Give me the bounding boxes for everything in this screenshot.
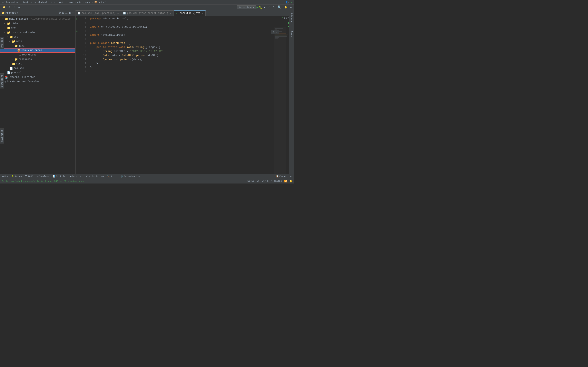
close-panel-btn[interactable]: − [22, 5, 26, 9]
line-num-12: 12 [79, 62, 86, 66]
tab-pom-hutool[interactable]: 📄 pom.xml (test-parent-hutool) ✕ [121, 10, 173, 16]
tree-item-label: src [14, 35, 18, 38]
tree-item-pom-root[interactable]: ▸ 📄 pom.xml [0, 71, 75, 75]
notifications-icon[interactable]: 🔔 [283, 5, 288, 9]
toolbar-search[interactable]: 🔍 [276, 5, 283, 9]
validation-count: 1 [284, 17, 285, 19]
build-bottom-btn[interactable]: 🔨 Build [106, 174, 118, 178]
line-separator[interactable]: LF [257, 180, 259, 183]
line-num-10: 10 [79, 53, 86, 58]
settings-gear[interactable]: ⚙ [289, 5, 293, 9]
breadcrumb-part[interactable]: 📦 hutool [94, 1, 107, 3]
profiler-bottom-btn[interactable]: 📊 Profiler [51, 174, 68, 178]
sync-btn[interactable]: ⟳ [7, 5, 12, 9]
project-panel-label[interactable]: Project [0, 37, 4, 49]
right-panel-maven[interactable]: Maven [290, 30, 293, 38]
tree-item-label: pom.xml [11, 71, 21, 74]
tree-item-external-libraries[interactable]: ▸ 📚 External Libraries [0, 75, 75, 80]
todo-label: TODO [28, 175, 33, 178]
code-line-13: } [90, 66, 273, 70]
tab-close-icon[interactable]: ✕ [117, 12, 119, 15]
debug-button[interactable]: 🐛 [259, 6, 262, 9]
code-line-4 [90, 29, 273, 33]
code-line-7: public class TestHutool { [90, 41, 273, 45]
terminal-bottom-btn[interactable]: ▣ Terminal [69, 174, 84, 178]
breadcrumb-part[interactable]: edu [77, 1, 81, 3]
dependencies-bottom-btn[interactable]: 🔗 Dependencies [119, 174, 141, 178]
gutter-7[interactable]: ▶ [76, 17, 79, 21]
settings-icon[interactable]: ⚙ [69, 11, 71, 15]
tree-item-test-parent-hutool[interactable]: ▾ 📁 test-parent-hutool [0, 30, 75, 35]
debug-bottom-btn[interactable]: 🐛 Debug [10, 174, 23, 178]
project-view-btn[interactable]: 📁 [1, 5, 7, 9]
settings-btn[interactable]: ⚙ [17, 5, 21, 9]
validation-down-icon[interactable]: ∨ [287, 17, 289, 19]
breadcrumb-part[interactable]: src [51, 1, 55, 3]
event-log-btn[interactable]: 📋 Event Log [275, 174, 293, 178]
gutter-marker-run1 [288, 22, 289, 24]
project-panel-title: Project [6, 12, 16, 15]
run-config-name: HutoolTest [239, 6, 252, 8]
vcs-status-icon[interactable]: 🔀 [284, 180, 287, 183]
popup-close-button[interactable]: ✕ [276, 31, 277, 33]
indent-info[interactable]: 4 spaces [271, 180, 282, 183]
structure-panel-label[interactable]: Structure [0, 73, 4, 88]
show-options-icon[interactable]: ☰ [65, 11, 68, 15]
validation-up-icon[interactable]: ∧ [286, 17, 287, 19]
cursor-position[interactable]: 10:12 [247, 180, 254, 183]
tree-item-test[interactable]: ▸ 📁 test [0, 62, 75, 66]
charset[interactable]: UTF-8 [262, 180, 268, 183]
tree-item-label: External Libraries [9, 76, 35, 79]
hide-panel-icon[interactable]: − [72, 11, 74, 15]
status-bar-right: 10:12 LF UTF-8 4 spaces 🔀 🔔 [247, 180, 292, 183]
profile-icon[interactable]: 👤▾ [285, 1, 290, 3]
mybatis-bottom-btn[interactable]: 🗃 MyBatis Log [85, 174, 105, 178]
breadcrumb-part[interactable]: suue [85, 1, 90, 3]
problems-bottom-btn[interactable]: ⚠ Problems [35, 174, 51, 178]
code-line-11: System.out.println(date); [90, 58, 273, 62]
run-button[interactable]: ▶ [256, 5, 259, 9]
run-config-selector[interactable]: HutoolTest ▾ [237, 5, 256, 9]
tree-item-idea[interactable]: ▸ 📁 .idea [0, 21, 75, 26]
collapse-btn[interactable]: ⊟ [12, 5, 16, 9]
coverage-button[interactable]: ▶̣ [263, 5, 267, 9]
tab-TestHutool[interactable]: ☕ TestHutool.java ✕ [174, 10, 206, 16]
tree-item-TestHutool[interactable]: ▸ ☕ TestHutool [0, 53, 75, 57]
collapse-all-icon[interactable]: ⊟ [62, 11, 64, 15]
tree-item-label: TestHutool [22, 53, 36, 56]
favorites-panel-label[interactable]: Favorites [0, 128, 4, 143]
validation-status[interactable]: ✓ 1 ∧ ∨ [282, 16, 289, 20]
right-panel-database[interactable]: Database [290, 12, 293, 23]
run-bottom-btn[interactable]: ▶ Run [1, 174, 9, 178]
tree-item-main[interactable]: ▾ 📁 main [0, 39, 75, 44]
notifications-status-icon[interactable]: 🔔 [290, 180, 292, 183]
breadcrumb-part[interactable]: main [59, 1, 64, 3]
project-tree: ▾ 📁 mall-practice ~/IdeaProjects/mall-pr… [0, 16, 75, 174]
tab-close-icon[interactable]: ✕ [170, 12, 172, 15]
tab-close-icon[interactable]: ✕ [202, 12, 204, 15]
tree-item-src[interactable]: ▸ 📁 src [0, 26, 75, 30]
tree-item-java[interactable]: ▾ 📁 java [0, 44, 75, 48]
code-content[interactable]: package edu.suue.hutool; import cn.hutoo… [88, 16, 273, 174]
breadcrumb-part[interactable]: test-parent-hutool [23, 1, 47, 3]
tree-item-src2[interactable]: ▾ 📁 src [0, 35, 75, 39]
breadcrumb-part[interactable]: mall-practice [2, 1, 19, 3]
vcs-icon[interactable]: ✓ [291, 1, 292, 3]
todo-bottom-btn[interactable]: ☰ TODO [24, 174, 34, 178]
project-panel-header: 📁 Project ▾ ◎ ⊟ ☰ ⚙ − [0, 10, 75, 16]
tree-item-mall-practice[interactable]: ▾ 📁 mall-practice ~/IdeaProjects/mall-pr… [0, 17, 75, 21]
tab-pom-mall[interactable]: 📄 pom.xml (mall-practice) ✕ [76, 10, 121, 16]
breadcrumb-part[interactable]: java [68, 1, 73, 3]
tree-item-scratches[interactable]: ▸ ✎ Scratches and Consoles [0, 80, 75, 84]
profile-run-button[interactable]: ⚡ [267, 5, 271, 9]
tree-item-resources[interactable]: ▸ 📁 resources [0, 57, 75, 62]
tree-item-edu-suue-hutool[interactable]: ▾ 📦 edu.suue.hutool [0, 48, 75, 53]
todo-icon: ☰ [25, 175, 27, 178]
line-num-8: 8 [79, 45, 86, 49]
tab-label: pom.xml (test-parent-hutool) [127, 12, 168, 15]
locate-file-icon[interactable]: ◎ [59, 11, 61, 15]
editor-gutter: ▶ ▶ [76, 16, 79, 174]
more-run-options[interactable]: ⋮ [271, 5, 276, 9]
tree-item-pom-hutool[interactable]: ▸ 📄 pom.xml [0, 66, 75, 71]
gutter-8[interactable]: ▶ [76, 29, 79, 33]
